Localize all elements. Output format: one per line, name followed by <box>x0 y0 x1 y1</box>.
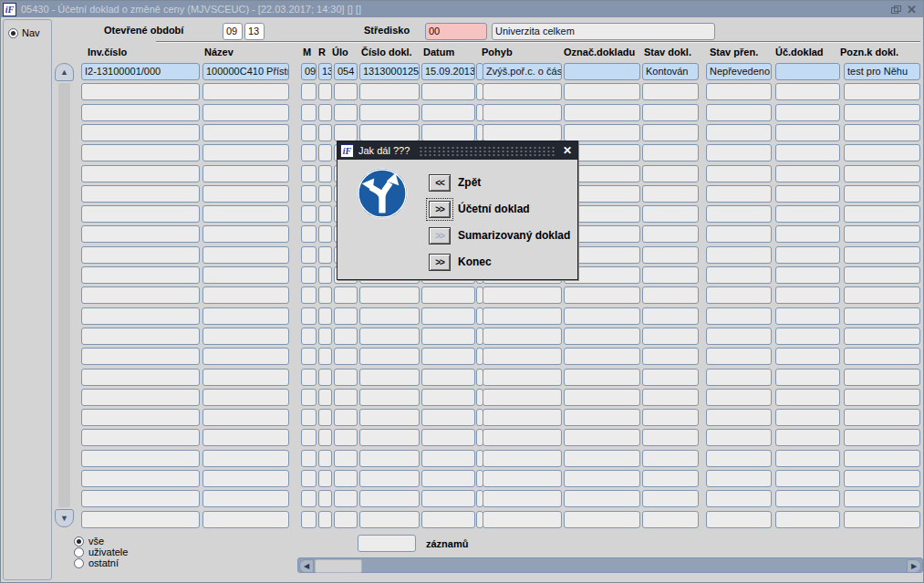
empty-cell[interactable] <box>564 124 640 141</box>
empty-cell[interactable] <box>81 511 200 528</box>
empty-cell[interactable] <box>202 490 289 507</box>
horizontal-scrollbar-thumb[interactable] <box>315 559 362 573</box>
empty-cell[interactable] <box>775 225 840 243</box>
empty-cell[interactable] <box>334 450 358 467</box>
restore-icon[interactable] <box>891 5 900 14</box>
empty-cell[interactable] <box>421 369 475 386</box>
nav-toggle[interactable]: Nav <box>8 27 40 38</box>
empty-cell[interactable] <box>642 246 699 264</box>
empty-cell[interactable] <box>318 389 332 406</box>
empty-cell[interactable] <box>844 470 920 487</box>
record-cell[interactable]: test pro Něhu <box>844 63 920 80</box>
empty-cell[interactable] <box>564 328 640 345</box>
empty-cell[interactable] <box>202 165 289 182</box>
empty-cell[interactable] <box>202 205 289 223</box>
close-icon[interactable]: ✕ <box>907 4 917 16</box>
empty-cell[interactable] <box>483 450 562 467</box>
empty-cell[interactable] <box>421 124 475 141</box>
scroll-up-button[interactable]: ▲ <box>55 63 74 81</box>
empty-cell[interactable] <box>359 328 420 345</box>
empty-cell[interactable] <box>301 511 317 528</box>
empty-cell[interactable] <box>301 470 317 487</box>
filter-option-vše[interactable]: vše <box>74 536 104 547</box>
empty-cell[interactable] <box>483 490 562 507</box>
empty-cell[interactable] <box>301 450 317 467</box>
empty-cell[interactable] <box>564 83 640 100</box>
empty-cell[interactable] <box>359 348 420 365</box>
empty-cell[interactable] <box>334 286 358 304</box>
empty-cell[interactable] <box>642 409 699 426</box>
empty-cell[interactable] <box>202 369 289 386</box>
empty-cell[interactable] <box>301 185 317 203</box>
empty-cell[interactable] <box>844 369 920 386</box>
empty-cell[interactable] <box>318 83 332 100</box>
empty-cell[interactable] <box>706 246 772 264</box>
empty-cell[interactable] <box>775 307 840 325</box>
empty-cell[interactable] <box>642 165 699 182</box>
empty-cell[interactable] <box>844 490 920 507</box>
empty-cell[interactable] <box>318 348 332 365</box>
dialog-button--etn-doklad[interactable]: >> <box>429 201 451 218</box>
record-cell[interactable]: 13 <box>318 63 332 80</box>
empty-cell[interactable] <box>318 266 332 284</box>
empty-cell[interactable] <box>359 470 420 487</box>
empty-cell[interactable] <box>318 328 332 345</box>
empty-cell[interactable] <box>642 470 699 487</box>
scroll-right-button[interactable]: ▶ <box>907 559 921 573</box>
empty-cell[interactable] <box>421 450 475 467</box>
empty-cell[interactable] <box>359 286 420 304</box>
empty-cell[interactable] <box>844 83 920 100</box>
record-cell[interactable]: 15.09.2013 <box>421 63 475 80</box>
empty-cell[interactable] <box>301 205 317 223</box>
empty-cell[interactable] <box>81 104 200 121</box>
empty-cell[interactable] <box>334 409 358 426</box>
empty-cell[interactable] <box>564 511 640 528</box>
record-cell[interactable]: Nepřevedeno <box>706 63 772 80</box>
empty-cell[interactable] <box>334 104 358 121</box>
empty-cell[interactable] <box>844 389 920 406</box>
empty-cell[interactable] <box>706 225 772 243</box>
empty-cell[interactable] <box>844 286 920 304</box>
empty-cell[interactable] <box>642 144 699 161</box>
empty-cell[interactable] <box>334 83 358 100</box>
empty-cell[interactable] <box>775 246 840 264</box>
empty-cell[interactable] <box>202 470 289 487</box>
scroll-left-button[interactable]: ◀ <box>299 559 314 573</box>
empty-cell[interactable] <box>301 348 317 365</box>
records-count-field[interactable] <box>358 535 416 552</box>
horizontal-scrollbar[interactable]: ◀ ▶ <box>297 557 923 573</box>
empty-cell[interactable] <box>421 470 475 487</box>
empty-cell[interactable] <box>318 165 332 182</box>
empty-cell[interactable] <box>421 409 475 426</box>
empty-cell[interactable] <box>318 429 332 446</box>
empty-cell[interactable] <box>301 225 317 243</box>
empty-cell[interactable] <box>775 511 840 528</box>
empty-cell[interactable] <box>775 165 840 182</box>
empty-cell[interactable] <box>642 328 699 345</box>
empty-cell[interactable] <box>318 286 332 304</box>
empty-cell[interactable] <box>564 307 640 325</box>
empty-cell[interactable] <box>202 286 289 304</box>
empty-cell[interactable] <box>81 429 200 446</box>
empty-cell[interactable] <box>81 389 200 406</box>
empty-cell[interactable] <box>301 286 317 304</box>
empty-cell[interactable] <box>706 144 772 161</box>
empty-cell[interactable] <box>318 225 332 243</box>
dialog-button-konec[interactable]: >> <box>429 254 451 271</box>
empty-cell[interactable] <box>706 205 772 223</box>
empty-cell[interactable] <box>775 266 840 284</box>
empty-cell[interactable] <box>706 409 772 426</box>
empty-cell[interactable] <box>844 104 920 121</box>
empty-cell[interactable] <box>81 205 200 223</box>
empty-cell[interactable] <box>81 165 200 182</box>
dialog-button-sumarizovan-doklad[interactable]: >> <box>429 227 451 245</box>
empty-cell[interactable] <box>202 389 289 406</box>
empty-cell[interactable] <box>483 124 562 141</box>
filter-radio[interactable] <box>74 547 84 557</box>
empty-cell[interactable] <box>359 429 420 446</box>
empty-cell[interactable] <box>775 205 840 223</box>
empty-cell[interactable] <box>81 124 200 141</box>
empty-cell[interactable] <box>483 470 562 487</box>
empty-cell[interactable] <box>301 246 317 264</box>
empty-cell[interactable] <box>706 429 772 446</box>
